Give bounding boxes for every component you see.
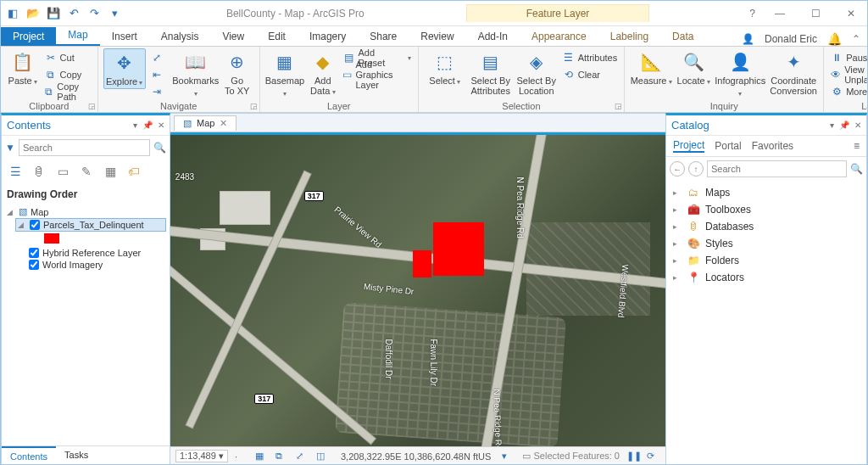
coords-menu-icon[interactable]: ▾: [502, 451, 515, 462]
copypath-button[interactable]: ⧉Copy Path: [43, 84, 92, 99]
app-menu-icon[interactable]: ◧: [4, 5, 21, 22]
tab-appearance[interactable]: Appearance: [520, 27, 598, 46]
viewunplaced-button[interactable]: 👁View Unplaced: [829, 67, 868, 82]
bottom-tab-contents[interactable]: Contents: [2, 446, 56, 465]
measure-button[interactable]: 📐Measure: [630, 48, 672, 87]
search-icon[interactable]: 🔍: [153, 142, 166, 154]
clear-button[interactable]: ⟲Clear: [561, 67, 619, 82]
tab-data[interactable]: Data: [660, 27, 705, 46]
list-labeling-icon[interactable]: 🏷: [125, 163, 142, 180]
expand-icon[interactable]: ▸: [673, 239, 682, 248]
tab-share[interactable]: Share: [358, 27, 409, 46]
navigate-launcher-icon[interactable]: ◲: [250, 102, 258, 110]
tab-review[interactable]: Review: [409, 27, 465, 46]
more-button[interactable]: ⚙More ▾: [829, 84, 868, 99]
expand-icon[interactable]: ▸: [673, 256, 682, 265]
layer-visibility-checkbox[interactable]: [29, 260, 39, 270]
expand-icon[interactable]: ▸: [673, 205, 682, 214]
locate-button[interactable]: 🔍Locate: [676, 48, 711, 87]
adddata-button[interactable]: ◆Add Data: [308, 48, 337, 98]
catalog-item-locators[interactable]: ▸📍Locators: [671, 269, 861, 286]
redo-icon[interactable]: ↷: [86, 5, 103, 22]
bookmarks-button[interactable]: 📖 Bookmarks: [175, 48, 217, 99]
contents-search-input[interactable]: [19, 139, 150, 156]
tab-analysis[interactable]: Analysis: [149, 27, 211, 46]
map-tab[interactable]: ▧ Map ✕: [174, 115, 236, 131]
minimize-button[interactable]: —: [769, 5, 791, 22]
catalog-tab-favorites[interactable]: Favorites: [752, 140, 793, 152]
selectbyloc-button[interactable]: ◈Select By Location: [515, 48, 558, 96]
map-node[interactable]: ◢ ▧ Map: [5, 205, 166, 218]
selected-features-icon[interactable]: ▭: [522, 451, 531, 461]
ribbon-collapse-icon[interactable]: ⌃: [852, 33, 860, 45]
catalog-tab-project[interactable]: Project: [673, 139, 704, 153]
tab-imagery[interactable]: Imagery: [298, 27, 358, 46]
cut-button[interactable]: ✂Cut: [43, 50, 92, 65]
clipboard-launcher-icon[interactable]: ◲: [88, 102, 96, 110]
maximize-button[interactable]: ☐: [804, 5, 826, 22]
contents-close-icon[interactable]: ✕: [158, 120, 164, 130]
notifications-icon[interactable]: 🔔: [827, 32, 842, 46]
full-extent-button[interactable]: ⤢: [149, 50, 171, 65]
layer-parcels[interactable]: ◢ Parcels_Tax_Delinquent: [15, 218, 166, 232]
prev-extent-button[interactable]: ⇤: [149, 67, 171, 82]
explore-button[interactable]: ✥ Explore: [103, 48, 146, 89]
catalog-item-databases[interactable]: ▸🛢Databases: [671, 218, 861, 235]
expand-icon[interactable]: ◢: [18, 221, 26, 229]
contents-dropdown-icon[interactable]: ▾: [133, 120, 137, 130]
catalog-tab-portal[interactable]: Portal: [715, 140, 741, 152]
infographics-button[interactable]: 👤Infographics: [715, 48, 765, 99]
status-tool-3-icon[interactable]: ⧉: [275, 451, 289, 462]
contents-pin-icon[interactable]: 📌: [142, 120, 153, 130]
status-tool-2-icon[interactable]: ▦: [255, 451, 269, 462]
filter-icon[interactable]: ▼: [5, 142, 15, 154]
catalog-item-folders[interactable]: ▸📁Folders: [671, 252, 861, 269]
layer-visibility-checkbox[interactable]: [29, 248, 39, 258]
list-source-icon[interactable]: 🛢: [31, 163, 47, 180]
save-icon[interactable]: 💾: [45, 5, 62, 22]
qat-dropdown-icon[interactable]: ▾: [106, 5, 123, 22]
list-selection-icon[interactable]: ▭: [54, 163, 71, 180]
catalog-close-icon[interactable]: ✕: [854, 120, 861, 130]
parcel-feature[interactable]: [433, 250, 484, 276]
selectbyattr-button[interactable]: ▤Select By Attributes: [470, 48, 512, 96]
next-extent-button[interactable]: ⇥: [149, 84, 171, 99]
bottom-tab-tasks[interactable]: Tasks: [56, 446, 97, 465]
map-scale-input[interactable]: 1:13,489 ▾: [175, 450, 228, 462]
help-icon[interactable]: ?: [749, 8, 755, 20]
list-snapping-icon[interactable]: ▦: [102, 163, 119, 180]
tab-view[interactable]: View: [210, 27, 256, 46]
attributes-button[interactable]: ☰Attributes: [561, 50, 619, 65]
refresh-icon[interactable]: ⟳: [647, 451, 660, 462]
status-tool-1-icon[interactable]: ·: [235, 451, 248, 462]
undo-icon[interactable]: ↶: [65, 5, 82, 22]
pause-button[interactable]: ⏸Pause: [829, 50, 868, 65]
tab-addin[interactable]: Add-In: [466, 27, 520, 46]
tab-edit[interactable]: Edit: [256, 27, 298, 46]
list-editing-icon[interactable]: ✎: [78, 163, 95, 180]
status-tool-4-icon[interactable]: ⤢: [296, 451, 309, 462]
catalog-back-icon[interactable]: ←: [670, 161, 685, 176]
list-drawing-order-icon[interactable]: ☰: [7, 163, 24, 180]
tab-project[interactable]: Project: [1, 27, 56, 46]
catalog-pin-icon[interactable]: 📌: [839, 120, 849, 130]
map-tab-close-icon[interactable]: ✕: [220, 118, 227, 129]
coord-button[interactable]: ✦Coordinate Conversion: [769, 48, 818, 96]
expand-icon[interactable]: ◢: [7, 208, 15, 216]
expand-icon[interactable]: ▸: [673, 188, 682, 197]
catalog-up-icon[interactable]: ↑: [688, 161, 704, 176]
selection-launcher-icon[interactable]: ◲: [615, 102, 622, 110]
expand-icon[interactable]: ▸: [673, 273, 682, 282]
status-tool-5-icon[interactable]: ◫: [316, 451, 330, 462]
catalog-menu-icon[interactable]: ≡: [854, 140, 860, 152]
catalog-item-styles[interactable]: ▸🎨Styles: [671, 235, 861, 252]
catalog-dropdown-icon[interactable]: ▾: [830, 120, 834, 130]
tab-labeling[interactable]: Labeling: [598, 27, 660, 46]
layer-visibility-checkbox[interactable]: [30, 220, 40, 230]
tab-insert[interactable]: Insert: [100, 27, 149, 46]
catalog-item-maps[interactable]: ▸🗂Maps: [671, 184, 861, 201]
close-button[interactable]: ✕: [840, 5, 862, 22]
catalog-item-toolboxes[interactable]: ▸🧰Toolboxes: [671, 201, 861, 218]
user-icon[interactable]: 👤: [742, 33, 754, 45]
expand-icon[interactable]: ▸: [673, 222, 682, 231]
